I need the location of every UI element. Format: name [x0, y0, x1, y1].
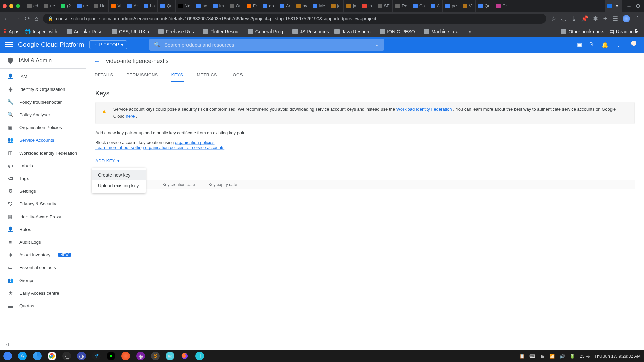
nav-menu-icon[interactable]: [5, 42, 13, 47]
keyboard-icon[interactable]: ⌨: [529, 354, 536, 359]
extensions-icon[interactable]: ✦: [603, 15, 608, 22]
browser-tab[interactable]: A: [428, 0, 443, 12]
gear-icon[interactable]: ✱: [593, 15, 598, 22]
chevron-down-icon[interactable]: ⌄: [375, 42, 379, 48]
browser-tab[interactable]: pe: [443, 0, 460, 12]
sidebar-item[interactable]: 👥Groups: [0, 274, 86, 287]
clipboard-icon[interactable]: 📋: [519, 354, 525, 359]
tab-logs[interactable]: LOGS: [230, 69, 244, 82]
sidebar-item[interactable]: ◈Asset inventoryNEW: [0, 248, 86, 261]
terminal-icon[interactable]: ›_: [62, 352, 71, 360]
sidebar-item[interactable]: 🏷Labels: [0, 159, 86, 172]
project-picker[interactable]: ⁘ PITSTOP ▾: [89, 40, 127, 49]
sidebar-item[interactable]: 👤IAM: [0, 70, 86, 83]
volume-icon[interactable]: 🔊: [559, 354, 565, 359]
browser-tab[interactable]: Qu: [476, 0, 493, 12]
window-controls[interactable]: [3, 4, 20, 8]
sidebar-item[interactable]: ◉Identity & Organisation: [0, 83, 86, 96]
browser-tab[interactable]: ed: [24, 0, 41, 12]
sidebar-item[interactable]: 👥Service Accounts: [0, 134, 86, 146]
browser-tab[interactable]: im: [210, 0, 227, 12]
browser-tab[interactable]: Cr: [493, 0, 510, 12]
bookmark-folder[interactable]: IONIC RESO...: [380, 29, 419, 34]
collapse-sidebar-icon[interactable]: 〈I: [3, 342, 9, 348]
search-input[interactable]: 🔍 Search products and resources ⌄: [149, 39, 384, 51]
firefox-icon[interactable]: [180, 352, 189, 360]
bookmark-folder[interactable]: General Prog...: [248, 29, 287, 34]
app-icon[interactable]: ◉: [136, 352, 145, 360]
sidebar-item[interactable]: ▬Quotas: [0, 299, 86, 312]
globe-icon[interactable]: [33, 352, 42, 360]
app-store-icon[interactable]: A: [18, 352, 27, 360]
browser-tab[interactable]: Na: [176, 0, 194, 12]
new-tab-button[interactable]: ＋: [622, 2, 636, 10]
bookmark-folder[interactable]: JS Resources: [292, 29, 329, 34]
add-key-button[interactable]: ADD KEY ▾: [95, 158, 120, 163]
browser-tab[interactable]: Fr: [244, 0, 260, 12]
workload-identity-link[interactable]: Workload Identity Federation: [396, 107, 452, 112]
maximize-window-icon[interactable]: [16, 4, 20, 8]
kebab-menu-icon[interactable]: ⋮: [616, 42, 621, 48]
browser-tab[interactable]: In: [359, 0, 375, 12]
browser-tab[interactable]: py: [293, 0, 310, 12]
browser-tab[interactable]: Vi: [460, 0, 476, 12]
vscode-icon[interactable]: ⧩: [92, 352, 101, 360]
app-icon[interactable]: ⦀: [195, 352, 204, 360]
home-icon[interactable]: ⌂: [35, 15, 38, 22]
sidebar-item[interactable]: 🔍Policy Analyser: [0, 108, 86, 121]
tab-metrics[interactable]: METRICS: [196, 69, 218, 82]
browser-tab-active[interactable]: ✕: [605, 0, 622, 12]
sidebar-item[interactable]: ▣Organisation Policies: [0, 121, 86, 134]
browser-tab[interactable]: SE: [375, 0, 393, 12]
bookmark-folder[interactable]: Machine Lear...: [424, 29, 464, 34]
learn-more-here-link[interactable]: here: [126, 114, 135, 119]
other-bookmarks[interactable]: Other bookmarks: [561, 29, 604, 34]
platform-title[interactable]: Google Cloud Platform: [18, 41, 84, 48]
bookmark-folder[interactable]: CSS, UI, UX a...: [112, 29, 153, 34]
browser-tab[interactable]: ja: [344, 0, 359, 12]
os-start-icon[interactable]: [3, 352, 12, 360]
account-indicator-icon[interactable]: [636, 4, 640, 8]
browser-tab[interactable]: Pe: [393, 0, 410, 12]
browser-tab[interactable]: Qu: [158, 0, 175, 12]
browser-tab[interactable]: (2: [58, 0, 74, 12]
browser-tab[interactable]: ne: [74, 0, 91, 12]
tab-details[interactable]: DETAILS: [94, 69, 114, 82]
upload-existing-key-option[interactable]: Upload existing key: [92, 180, 146, 191]
pocket-icon[interactable]: ◡: [561, 15, 567, 22]
kebab-menu-icon[interactable]: ⋮: [635, 15, 641, 22]
back-icon[interactable]: ←: [3, 15, 9, 22]
close-tab-icon[interactable]: ✕: [615, 3, 619, 8]
postman-icon[interactable]: [121, 352, 130, 360]
bookmark-inspect[interactable]: 🌐Inspect with...: [25, 29, 61, 34]
browser-tab[interactable]: Me: [310, 0, 328, 12]
tab-permissions[interactable]: PERMISSIONS: [126, 69, 158, 82]
browser-tab[interactable]: go: [260, 0, 277, 12]
browser-tab[interactable]: Or: [227, 0, 244, 12]
apps-shortcut[interactable]: ⠿Apps: [3, 29, 19, 34]
sidebar-title[interactable]: IAM & Admin: [0, 53, 86, 69]
display-icon[interactable]: 🖥: [540, 354, 545, 359]
minimize-window-icon[interactable]: [9, 4, 13, 8]
bookmark-star-icon[interactable]: ☆: [551, 15, 556, 22]
mail-icon[interactable]: ✉: [166, 352, 174, 360]
bookmark-folder[interactable]: Flutter Resou...: [203, 29, 243, 34]
wifi-icon[interactable]: 📶: [549, 354, 555, 359]
extension-pin-icon[interactable]: 📌: [581, 15, 588, 22]
address-bar[interactable]: 🔒 console.cloud.google.com/iam-admin/ser…: [43, 14, 546, 24]
browser-tab[interactable]: La: [141, 0, 158, 12]
tab-list-icon[interactable]: ☰: [612, 15, 618, 22]
reload-icon[interactable]: ⟳: [25, 15, 30, 22]
learn-more-org-policies-link[interactable]: Learn more about setting organisation po…: [95, 145, 224, 150]
sidebar-item[interactable]: ★Early Access centre: [0, 287, 86, 299]
notifications-icon[interactable]: 🔔: [602, 42, 608, 48]
account-avatar[interactable]: [629, 40, 639, 50]
browser-tab[interactable]: ho: [193, 0, 210, 12]
bookmark-folder[interactable]: Java Resourc...: [334, 29, 374, 34]
sidebar-item[interactable]: 🔧Policy troubleshooter: [0, 96, 86, 108]
browser-tab[interactable]: Ar: [124, 0, 141, 12]
sidebar-item[interactable]: ≡Audit Logs: [0, 236, 86, 248]
console-icon[interactable]: ▣: [577, 42, 582, 48]
bookmarks-overflow-icon[interactable]: »: [469, 29, 472, 34]
chrome-icon[interactable]: [48, 352, 56, 360]
